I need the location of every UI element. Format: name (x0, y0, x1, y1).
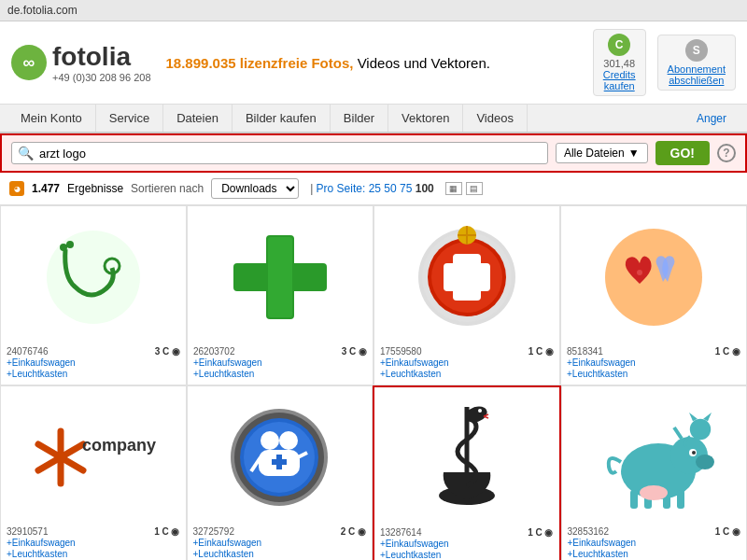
image-action2-8[interactable]: +Leuchtkasten (568, 549, 741, 559)
nav-bilder[interactable]: Bilder (331, 105, 388, 132)
image-action1-6[interactable]: +Einkaufswagen (193, 538, 367, 548)
nav-dateien[interactable]: Dateien (163, 105, 233, 132)
image-preview-8[interactable] (574, 392, 733, 523)
tagline-bold: 18.899.035 lizenzfreie Fotos, (166, 55, 354, 71)
image-cell-6: 32725792 2 C ◉ +Einkaufswagen +Leuchtkas… (187, 385, 374, 560)
image-id-6: 32725792 (193, 526, 235, 537)
credits-amount: 301,48 (603, 58, 636, 69)
logo-icon: ∞ (11, 45, 47, 80)
image-id-5: 32910571 (7, 526, 49, 537)
grid-view-icon[interactable]: ▦ (445, 182, 462, 195)
svg-point-51 (690, 419, 711, 440)
image-preview-2[interactable] (201, 212, 359, 343)
files-dropdown[interactable]: Alle Dateien ▼ (556, 143, 648, 163)
image-action2-5[interactable]: +Leuchtkasten (7, 549, 180, 559)
search-input-wrap: 🔍 (11, 142, 548, 164)
image-action2-7[interactable]: +Leuchtkasten (380, 550, 554, 560)
image-action1-8[interactable]: +Einkaufswagen (568, 538, 741, 548)
nav-vektoren[interactable]: Vektoren (388, 105, 463, 132)
image-price-6: 2 C ◉ (341, 526, 366, 537)
results-bar: ◕ 1.477 Ergebnisse Sortieren nach Downlo… (0, 173, 747, 205)
nav-videos[interactable]: Videos (463, 105, 528, 132)
rss-label: ◕ (14, 185, 21, 193)
image-preview-7[interactable] (388, 393, 546, 524)
nav-service[interactable]: Service (96, 105, 163, 132)
credits-box[interactable]: C 301,48 Credits kaufen (593, 29, 646, 96)
per-page-50[interactable]: 50 (384, 182, 396, 195)
image-action1-5[interactable]: +Einkaufswagen (7, 538, 180, 548)
nav-bilder-kaufen[interactable]: Bilder kaufen (233, 105, 331, 132)
sort-select[interactable]: Downloads Relevanz Datum Popularität (211, 178, 299, 199)
per-page-25[interactable]: 25 (369, 182, 381, 195)
svg-point-47 (696, 455, 714, 469)
tagline-rest: Videos und Vektoren. (358, 55, 490, 71)
image-action2-1[interactable]: +Leuchtkasten (7, 369, 180, 379)
per-page-75[interactable]: 75 (400, 182, 412, 195)
svg-point-3 (60, 244, 67, 251)
image-id-2: 26203702 (193, 346, 235, 357)
results-label: Ergebnisse (67, 182, 123, 195)
svg-point-0 (47, 231, 140, 324)
image-cell-1: 24076746 3 C ◉ +Einkaufswagen +Leuchtkas… (0, 205, 187, 385)
image-info-7: 13287614 1 C ◉ +Einkaufswagen +Leuchtkas… (380, 524, 554, 560)
image-cell-3: 17559580 1 C ◉ +Einkaufswagen +Leuchtkas… (374, 205, 560, 385)
sort-label: Sortieren nach (131, 182, 204, 195)
image-info-4: 8518341 1 C ◉ +Einkaufswagen +Leuchtkast… (567, 343, 740, 379)
credits-area: C 301,48 Credits kaufen S Abonnement abs… (593, 29, 736, 96)
subscribe-box[interactable]: S Abonnement abschließen (657, 35, 736, 91)
search-input[interactable] (39, 147, 542, 161)
per-page-100[interactable]: 100 (416, 182, 434, 195)
image-action2-6[interactable]: +Leuchtkasten (193, 549, 367, 559)
image-info-6: 32725792 2 C ◉ +Einkaufswagen +Leuchtkas… (193, 523, 367, 559)
search-icon: 🔍 (18, 146, 34, 161)
image-cell-5: company 32910571 1 C ◉ +Einkaufswagen +L… (0, 385, 187, 560)
image-preview-1[interactable] (14, 212, 173, 343)
svg-rect-7 (268, 237, 292, 317)
header: ∞ fotolia +49 (0)30 208 96 208 18.899.03… (0, 21, 747, 105)
image-action1-1[interactable]: +Einkaufswagen (7, 357, 180, 368)
rss-icon[interactable]: ◕ (9, 181, 24, 196)
svg-point-28 (261, 431, 279, 450)
image-price-1: 3 C ◉ (155, 346, 180, 357)
image-cell-4: 8518341 1 C ◉ +Einkaufswagen +Leuchtkast… (560, 205, 747, 385)
image-info-2: 26203702 3 C ◉ +Einkaufswagen +Leuchtkas… (193, 343, 367, 379)
image-info-5: 32910571 1 C ◉ +Einkaufswagen +Leuchtkas… (7, 523, 180, 559)
image-action2-3[interactable]: +Leuchtkasten (380, 369, 554, 379)
image-cell-2: 26203702 3 C ◉ +Einkaufswagen +Leuchtkas… (187, 205, 374, 385)
nav-login[interactable]: Anger (684, 105, 740, 132)
image-preview-5[interactable]: company (14, 392, 173, 523)
svg-rect-13 (444, 263, 490, 291)
image-preview-4[interactable] (574, 212, 733, 343)
svg-line-45 (674, 427, 682, 439)
svg-rect-41 (630, 490, 638, 509)
nav: Mein Konto Service Dateien Bilder kaufen… (0, 105, 747, 133)
tagline: 18.899.035 lizenzfreie Fotos, Videos und… (166, 55, 490, 71)
logo-text: fotolia (52, 42, 151, 72)
image-action1-7[interactable]: +Einkaufswagen (380, 539, 554, 549)
subscribe-icon: S (685, 39, 708, 62)
svg-point-50 (640, 485, 668, 500)
view-icons: ▦ ▤ (445, 182, 483, 195)
image-preview-3[interactable] (388, 212, 546, 343)
credits-buy-link[interactable]: Credits kaufen (603, 69, 636, 91)
image-action1-4[interactable]: +Einkaufswagen (567, 357, 740, 368)
browser-bar: de.fotolia.com (0, 0, 747, 21)
chevron-down-icon: ▼ (628, 147, 640, 160)
nav-mein-konto[interactable]: Mein Konto (7, 105, 96, 132)
svg-point-38 (478, 409, 482, 413)
svg-text:company: company (82, 436, 156, 455)
logo-area: ∞ fotolia +49 (0)30 208 96 208 (11, 42, 151, 83)
image-price-5: 1 C ◉ (154, 526, 179, 537)
browser-url: de.fotolia.com (7, 4, 78, 17)
image-action1-3[interactable]: +Einkaufswagen (380, 357, 554, 368)
go-button[interactable]: GO! (655, 141, 710, 165)
image-action2-4[interactable]: +Leuchtkasten (567, 369, 740, 379)
subscribe-link[interactable]: Abonnement abschließen (668, 63, 726, 86)
list-view-icon[interactable]: ▤ (466, 182, 483, 195)
help-icon[interactable]: ? (717, 144, 736, 162)
image-action1-2[interactable]: +Einkaufswagen (193, 357, 367, 368)
image-preview-6[interactable] (200, 392, 359, 523)
image-action2-2[interactable]: +Leuchtkasten (193, 369, 367, 379)
phone-text: +49 (0)30 208 96 208 (52, 72, 151, 83)
image-id-8: 32853162 (568, 526, 610, 537)
